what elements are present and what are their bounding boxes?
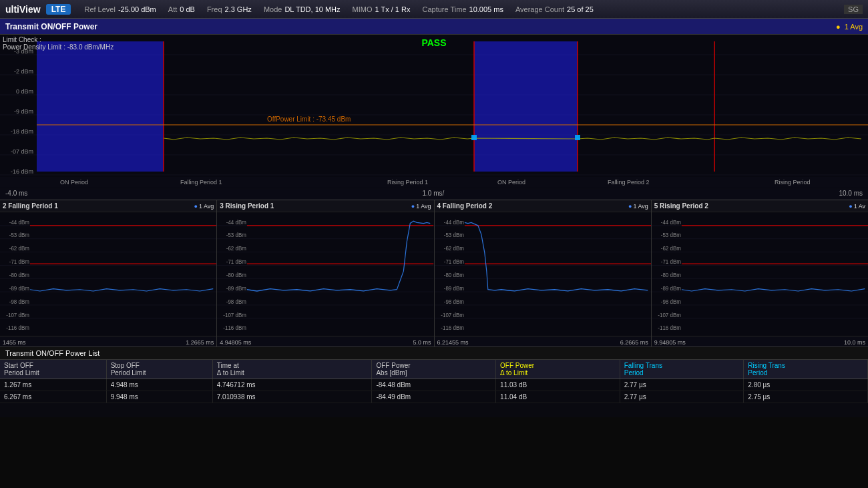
td-falling-2: 2.77 µs (620, 391, 744, 403)
svg-text:-107 dBm: -107 dBm (6, 311, 29, 318)
ref-level-label: Ref Level (84, 5, 115, 13)
sub-chart-4-x-start: 6.21455 ms (437, 339, 469, 346)
sub-chart-5-svg: -44 dBm -53 dBm -62 dBm -71 dBm -80 dBm … (652, 212, 868, 334)
freq-value: 2.3 GHz (225, 5, 252, 13)
svg-text:-89 dBm: -89 dBm (9, 284, 29, 291)
table-header-row: Start OFFPeriod Limit Stop OFFPeriod Lim… (0, 360, 868, 379)
svg-text:-89 dBm: -89 dBm (660, 284, 680, 291)
sub-chart-5-avg: ●1 Av (849, 203, 865, 210)
sub-chart-2-avg: ●1 Avg (194, 203, 214, 210)
sub-chart-falling-2: 4 Falling Period 2 ●1 Avg -44 dBm -53 dB… (435, 200, 652, 346)
top-bar: ultiView LTE Ref Level -25.00 dBm Att 0 … (0, 0, 868, 19)
th-time-at: Time atΔ to Limit (212, 360, 372, 379)
ref-level-group: Ref Level -25.00 dBm (84, 5, 156, 13)
x-axis-start: -4.0 ms (5, 190, 27, 198)
period-label-falling2: Falling Period 2 (608, 179, 650, 186)
svg-text:-53 dBm: -53 dBm (660, 232, 680, 238)
main-chart-svg: -3 dBm -2 dBm 0 dBm -9 dBm -18 dBm -07 d… (0, 35, 868, 188)
th-falling-trans: Falling TransPeriod (620, 360, 744, 379)
td-rising-2: 2.75 µs (744, 391, 868, 403)
sub-chart-3-svg: -44 dBm -53 dBm -62 dBm -71 dBm -80 dBm … (217, 212, 433, 334)
header-params: Ref Level -25.00 dBm Att 0 dB Freq 2.3 G… (84, 5, 844, 13)
sub-chart-3-x-start: 4.94805 ms (220, 339, 251, 346)
svg-rect-15 (37, 41, 164, 172)
power-density-label: Power Density Limit : -83.0 dBm/MHz (3, 43, 114, 51)
table-row: 6.267 ms 9.948 ms 7.010938 ms -84.49 dBm… (0, 391, 868, 403)
mimo-value: 1 Tx / 1 Rx (375, 5, 411, 13)
sub-chart-4-header: 4 Falling Period 2 ●1 Avg (435, 200, 651, 212)
app-title: ultiView (5, 4, 41, 15)
x-axis-per: 1.0 ms/ (422, 190, 444, 198)
table-title: Transmit ON/OFF Power List (0, 347, 868, 360)
svg-text:-107 dBm: -107 dBm (441, 311, 464, 318)
avg-value: 1 Avg (845, 23, 863, 31)
svg-text:-116 dBm: -116 dBm (6, 324, 29, 331)
td-stop-2: 9.948 ms (106, 391, 212, 403)
svg-text:-44 dBm: -44 dBm (226, 218, 246, 225)
sub-chart-3-title: 3 Rising Period 1 (220, 202, 274, 210)
mode-group: Mode DL TDD, 10 MHz (264, 5, 341, 13)
mimo-label: MIMO (353, 5, 373, 13)
limit-check-label: Limit Check : (3, 36, 114, 43)
svg-rect-16 (474, 41, 578, 172)
td-time-1: 4.746712 ms (212, 379, 372, 391)
svg-text:-98 dBm: -98 dBm (660, 298, 680, 304)
sub-chart-5-header: 5 Rising Period 2 ●1 Av (652, 200, 868, 212)
svg-rect-25 (0, 212, 216, 334)
sub-chart-3-footer: 4.94805 ms 5.0 ms (217, 336, 433, 346)
freq-label: Freq (207, 5, 222, 13)
th-off-power: OFF PowerAbs [dBm] (372, 360, 496, 379)
svg-text:-71 dBm: -71 dBm (9, 258, 29, 265)
svg-text:-18 dBm: -18 dBm (11, 128, 33, 135)
sub-chart-3-x-end: 5.0 ms (413, 339, 431, 346)
sub-chart-4-x-end: 6.2665 ms (620, 339, 648, 346)
svg-text:-62 dBm: -62 dBm (443, 245, 463, 252)
avg-count-label: Average Count (515, 5, 564, 13)
sub-chart-4-svg: -44 dBm -53 dBm -62 dBm -71 dBm -80 dBm … (435, 212, 651, 334)
svg-text:-80 dBm: -80 dBm (226, 272, 246, 278)
avg-dot: ● (836, 23, 841, 31)
period-label-on2: ON Period (497, 179, 525, 186)
period-label-rising1: Rising Period 1 (387, 179, 428, 186)
th-rising-trans: Rising TransPeriod (744, 360, 868, 379)
svg-text:-71 dBm: -71 dBm (443, 258, 463, 265)
svg-rect-65 (435, 212, 651, 334)
svg-text:-80 dBm: -80 dBm (660, 272, 680, 278)
main-chart-axis: -4.0 ms 1.0 ms/ 10.0 ms (0, 188, 868, 200)
sub-chart-5-title: 5 Rising Period 2 (654, 202, 708, 210)
table-body: 1.267 ms 4.948 ms 4.746712 ms -84.48 dBm… (0, 379, 868, 403)
sub-chart-5-x-start: 9.94805 ms (654, 339, 686, 346)
sub-chart-4-title: 4 Falling Period 2 (437, 202, 493, 210)
td-delta-2: 11.04 dB (496, 391, 620, 403)
svg-text:0 dBm: 0 dBm (16, 88, 33, 95)
svg-text:-16 dBm: -16 dBm (11, 168, 33, 175)
sg-badge: SG (844, 5, 863, 14)
td-off-power-1: -84.48 dBm (372, 379, 496, 391)
mode-label: Mode (264, 5, 282, 13)
main-chart-area: Limit Check : Power Density Limit : -83.… (0, 35, 868, 188)
svg-text:-62 dBm: -62 dBm (660, 245, 680, 252)
avg-count-value: 25 of 25 (567, 5, 594, 13)
svg-text:-107 dBm: -107 dBm (658, 311, 681, 318)
th-stop-off: Stop OFFPeriod Limit (106, 360, 212, 379)
svg-text:-53 dBm: -53 dBm (9, 232, 29, 238)
sub-chart-2-header: 2 Falling Period 1 ●1 Avg (0, 200, 216, 212)
sub-chart-5-footer: 9.94805 ms 10.0 ms (652, 336, 868, 346)
att-value: 0 dB (180, 5, 195, 13)
svg-text:-9 dBm: -9 dBm (14, 108, 33, 115)
td-rising-1: 2.80 µs (744, 379, 868, 391)
th-off-power-delta: OFF PowerΔ to Limit (496, 360, 620, 379)
td-off-power-2: -84.49 dBm (372, 391, 496, 403)
td-delta-1: 11.03 dB (496, 379, 620, 391)
mode-value: DL TDD, 10 MHz (284, 5, 340, 13)
att-label: Att (168, 5, 177, 13)
svg-rect-23 (471, 135, 477, 140)
sub-chart-3-avg: ●1 Avg (411, 203, 431, 210)
chart-info-left: Limit Check : Power Density Limit : -83.… (3, 36, 114, 51)
svg-text:-116 dBm: -116 dBm (658, 324, 681, 331)
svg-text:-71 dBm: -71 dBm (660, 258, 680, 265)
period-label-on1: ON Period (60, 179, 88, 186)
td-falling-1: 2.77 µs (620, 379, 744, 391)
mimo-group: MIMO 1 Tx / 1 Rx (353, 5, 411, 13)
pass-indicator: PASS (421, 37, 446, 48)
